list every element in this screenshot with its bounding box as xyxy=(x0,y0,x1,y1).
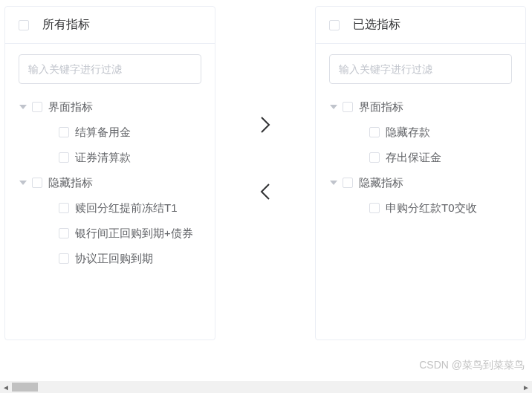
filter-input[interactable] xyxy=(19,54,201,84)
move-right-button[interactable] xyxy=(254,110,276,140)
item-checkbox[interactable] xyxy=(59,203,69,213)
scroll-track[interactable] xyxy=(12,381,520,393)
chevron-down-icon[interactable] xyxy=(329,178,338,187)
scroll-thumb[interactable] xyxy=(12,383,38,392)
item-label: 银行间正回购到期+债券 xyxy=(75,227,193,241)
item-checkbox[interactable] xyxy=(59,228,69,238)
chevron-down-icon[interactable] xyxy=(329,103,338,111)
group-label: 隐藏指标 xyxy=(359,176,403,190)
panel-body: 界面指标 隐藏存款 存出保证金 隐藏指标 xyxy=(316,44,525,340)
tree-item[interactable]: 结算备用金 xyxy=(19,120,201,145)
group-label: 界面指标 xyxy=(48,100,93,114)
tree-item[interactable]: 申购分红款T0交收 xyxy=(329,195,512,221)
panel-body: 界面指标 结算备用金 证券清算款 隐藏指标 xyxy=(5,44,215,340)
item-checkbox[interactable] xyxy=(59,127,69,137)
tree-item[interactable]: 协议正回购到期 xyxy=(19,246,201,271)
tree-group[interactable]: 界面指标 xyxy=(329,94,512,120)
move-left-button[interactable] xyxy=(254,177,276,207)
tree-item[interactable]: 证券清算款 xyxy=(19,145,201,170)
tree-group[interactable]: 隐藏指标 xyxy=(329,170,512,195)
panel-title: 已选指标 xyxy=(353,17,400,33)
item-label: 结算备用金 xyxy=(75,126,131,140)
panel-header: 所有指标 xyxy=(5,7,215,44)
item-checkbox[interactable] xyxy=(369,127,380,137)
group-label: 隐藏指标 xyxy=(48,176,93,190)
scroll-left-arrow-icon[interactable]: ◄ xyxy=(0,381,12,393)
group-checkbox[interactable] xyxy=(343,178,353,188)
tree-item[interactable]: 赎回分红提前冻结T1 xyxy=(19,195,201,221)
selected-indicators-panel: 已选指标 界面指标 隐藏存款 存出保证金 xyxy=(315,6,526,340)
tree-group[interactable]: 隐藏指标 xyxy=(19,170,201,195)
item-label: 赎回分红提前冻结T1 xyxy=(75,201,178,215)
horizontal-scrollbar[interactable]: ◄ ► xyxy=(0,381,532,393)
item-label: 申购分红款T0交收 xyxy=(386,201,477,215)
select-all-checkbox[interactable] xyxy=(329,20,340,30)
item-label: 协议正回购到期 xyxy=(75,252,153,266)
scroll-right-arrow-icon[interactable]: ► xyxy=(520,381,532,393)
transfer-buttons xyxy=(215,6,315,207)
filter-input[interactable] xyxy=(329,54,512,84)
panel-title: 所有指标 xyxy=(42,17,90,33)
select-all-checkbox[interactable] xyxy=(19,20,29,30)
tree-item[interactable]: 隐藏存款 xyxy=(329,120,512,145)
group-checkbox[interactable] xyxy=(343,102,353,112)
item-label: 隐藏存款 xyxy=(386,126,430,140)
transfer-container: 所有指标 界面指标 结算备用金 证券清算款 xyxy=(0,0,532,346)
watermark: CSDN @菜鸟到菜菜鸟 xyxy=(419,359,525,372)
group-label: 界面指标 xyxy=(359,100,403,114)
item-checkbox[interactable] xyxy=(369,203,380,213)
item-checkbox[interactable] xyxy=(59,253,69,264)
tree: 界面指标 隐藏存款 存出保证金 隐藏指标 xyxy=(329,94,512,221)
panel-header: 已选指标 xyxy=(316,7,525,44)
chevron-down-icon[interactable] xyxy=(19,103,27,111)
tree-item[interactable]: 银行间正回购到期+债券 xyxy=(19,221,201,246)
item-label: 存出保证金 xyxy=(386,151,441,165)
group-checkbox[interactable] xyxy=(32,102,42,112)
chevron-down-icon[interactable] xyxy=(19,178,27,187)
item-checkbox[interactable] xyxy=(59,152,69,163)
tree-item[interactable]: 存出保证金 xyxy=(329,145,512,170)
tree-group[interactable]: 界面指标 xyxy=(19,94,201,120)
tree: 界面指标 结算备用金 证券清算款 隐藏指标 xyxy=(19,94,201,271)
item-label: 证券清算款 xyxy=(75,151,131,165)
item-checkbox[interactable] xyxy=(369,152,380,163)
group-checkbox[interactable] xyxy=(32,178,42,188)
all-indicators-panel: 所有指标 界面指标 结算备用金 证券清算款 xyxy=(4,6,215,340)
